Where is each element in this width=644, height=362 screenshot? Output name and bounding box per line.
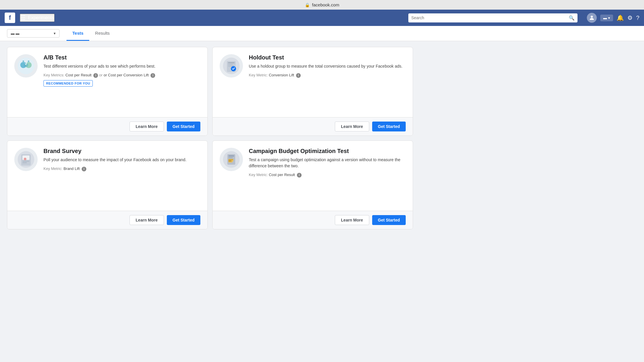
- campaign-budget-learn-more-button[interactable]: Learn More: [335, 215, 369, 225]
- help-button[interactable]: ?: [636, 15, 639, 21]
- ab-test-learn-more-button[interactable]: Learn More: [130, 122, 164, 131]
- holdout-test-card-footer: Learn More Get Started: [213, 117, 413, 136]
- tab-results[interactable]: Results: [89, 26, 116, 41]
- holdout-test-metric: Key Metric: Conversion Lift i: [249, 73, 406, 78]
- metric-info-icon[interactable]: i: [93, 73, 98, 78]
- browser-bar: 🔒 facebook.com: [0, 0, 644, 10]
- search-input[interactable]: [411, 15, 566, 20]
- campaign-budget-metric: Key Metric: Cost per Result i: [249, 173, 406, 178]
- account-name: ▬: [603, 16, 607, 20]
- svg-rect-23: [228, 162, 232, 163]
- hamburger-menu-button[interactable]: ☰ Experiments: [20, 14, 55, 22]
- hamburger-icon: ☰: [20, 14, 26, 21]
- brand-survey-icon: [14, 148, 38, 171]
- recommended-badge: RECOMMENDED FOR YOU: [43, 80, 93, 87]
- ab-test-card-body: A/B Test Test different versions of your…: [7, 47, 207, 117]
- ab-test-get-started-button[interactable]: Get Started: [167, 122, 200, 131]
- avatar: [587, 13, 597, 23]
- notifications-button[interactable]: 🔔: [617, 14, 624, 21]
- facebook-logo: f: [5, 13, 15, 23]
- brand-survey-title: Brand Survey: [43, 148, 200, 154]
- brand-metric-info-icon[interactable]: i: [82, 167, 86, 171]
- svg-rect-14: [22, 161, 29, 162]
- dropdown-chevron-icon: ▾: [54, 31, 56, 36]
- account-dropdown[interactable]: ▬ ▬ ▾: [7, 29, 60, 38]
- campaign-budget-title: Campaign Budget Optimization Test: [249, 148, 406, 154]
- campaign-budget-info: Campaign Budget Optimization Test Test a…: [249, 148, 406, 204]
- svg-rect-18: [228, 156, 234, 157]
- brand-survey-learn-more-button[interactable]: Learn More: [130, 215, 164, 225]
- cards-grid: A/B Test Test different versions of your…: [7, 47, 413, 229]
- nav-actions: ▬ ▾ 🔔 ⚙ ?: [587, 13, 639, 23]
- browser-url: facebook.com: [312, 2, 339, 7]
- campaign-budget-icon: [220, 148, 243, 171]
- ab-test-card: A/B Test Test different versions of your…: [7, 47, 208, 136]
- holdout-test-info: Holdout Test Use a holdout group to meas…: [249, 54, 406, 110]
- brand-survey-info: Brand Survey Poll your audience to measu…: [43, 148, 200, 204]
- svg-rect-21: [228, 159, 233, 160]
- svg-rect-19: [228, 157, 233, 158]
- metric-info-icon-2[interactable]: i: [150, 73, 155, 78]
- holdout-test-desc: Use a holdout group to measure the total…: [249, 63, 406, 69]
- campaign-budget-card: Campaign Budget Optimization Test Test a…: [212, 140, 413, 229]
- search-bar: 🔍: [408, 13, 578, 22]
- holdout-learn-more-button[interactable]: Learn More: [335, 122, 369, 131]
- svg-rect-7: [228, 62, 235, 63]
- svg-rect-22: [228, 160, 232, 162]
- lock-icon: 🔒: [305, 3, 310, 7]
- tab-tests[interactable]: Tests: [66, 26, 89, 41]
- account-selector-button[interactable]: ▬ ▾: [600, 15, 613, 21]
- holdout-get-started-button[interactable]: Get Started: [372, 122, 406, 131]
- svg-point-0: [591, 16, 593, 18]
- svg-rect-8: [228, 64, 233, 65]
- brand-survey-get-started-button[interactable]: Get Started: [167, 215, 200, 225]
- svg-point-4: [24, 63, 28, 67]
- svg-rect-15: [22, 162, 27, 163]
- ab-test-metric: Key Metrics: Cost per Result i or or Cos…: [43, 73, 200, 78]
- ab-test-title: A/B Test: [43, 54, 200, 61]
- ab-test-card-footer: Learn More Get Started: [7, 117, 207, 136]
- brand-survey-desc: Poll your audience to measure the impact…: [43, 157, 200, 163]
- brand-survey-card: Brand Survey Poll your audience to measu…: [7, 140, 208, 229]
- holdout-metric-info-icon[interactable]: i: [296, 73, 301, 78]
- account-dropdown-value: ▬ ▬: [11, 31, 20, 36]
- brand-survey-card-body: Brand Survey Poll your audience to measu…: [7, 141, 207, 211]
- main-content: A/B Test Test different versions of your…: [0, 41, 420, 235]
- ab-test-desc: Test different versions of your ads to s…: [43, 63, 200, 69]
- campaign-budget-get-started-button[interactable]: Get Started: [372, 215, 406, 225]
- chevron-down-icon: ▾: [608, 16, 610, 20]
- nav-title: Experiments: [28, 15, 54, 20]
- campaign-budget-card-footer: Learn More Get Started: [213, 211, 413, 229]
- campaign-budget-desc: Test a campaign using budget optimizatio…: [249, 157, 406, 169]
- tab-group: Tests Results: [66, 26, 116, 41]
- sub-nav: ▬ ▬ ▾ Tests Results: [0, 26, 644, 41]
- campaign-metric-info-icon[interactable]: i: [297, 173, 302, 178]
- brand-survey-card-footer: Learn More Get Started: [7, 211, 207, 229]
- settings-button[interactable]: ⚙: [627, 14, 633, 21]
- campaign-budget-card-body: Campaign Budget Optimization Test Test a…: [213, 141, 413, 211]
- facebook-nav: f ☰ Experiments 🔍 ▬ ▾ 🔔 ⚙ ?: [0, 10, 644, 26]
- holdout-test-card-body: Holdout Test Use a holdout group to meas…: [213, 47, 413, 117]
- holdout-test-title: Holdout Test: [249, 54, 406, 61]
- brand-survey-metric: Key Metric: Brand Lift i: [43, 166, 200, 171]
- ab-test-info: A/B Test Test different versions of your…: [43, 54, 200, 110]
- search-button[interactable]: 🔍: [569, 15, 575, 21]
- holdout-test-card: Holdout Test Use a holdout group to meas…: [212, 47, 413, 136]
- ab-test-icon: [14, 54, 38, 78]
- holdout-test-icon: [220, 54, 243, 78]
